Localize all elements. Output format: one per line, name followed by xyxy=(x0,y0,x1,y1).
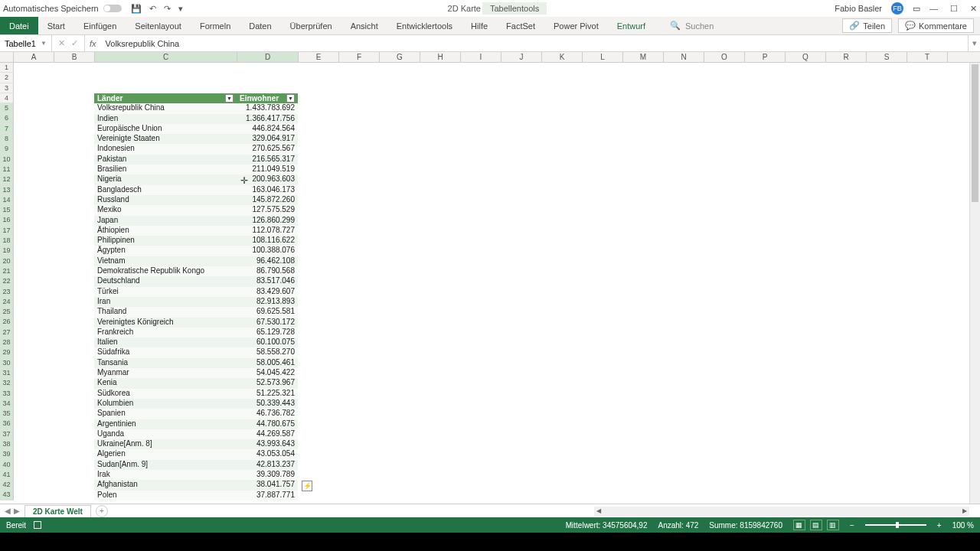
row-header[interactable]: 7 xyxy=(0,124,14,134)
table-row[interactable]: Vietnam96.462.108 xyxy=(94,256,298,266)
select-all-corner[interactable] xyxy=(0,52,14,62)
row-header[interactable]: 22 xyxy=(0,276,14,286)
table-cell[interactable]: 1.433.783.692 xyxy=(237,103,298,113)
row-header[interactable]: 40 xyxy=(0,460,14,470)
row-header[interactable]: 10 xyxy=(0,155,14,165)
ribbon-tab-start[interactable]: Start xyxy=(38,21,74,31)
zoom-in-icon[interactable]: + xyxy=(937,521,942,530)
table-cell[interactable]: 96.462.108 xyxy=(237,256,298,266)
table-cell[interactable]: 51.225.321 xyxy=(237,389,298,399)
table-cell[interactable]: 60.100.075 xyxy=(237,337,298,347)
table-row[interactable]: Myanmar54.045.422 xyxy=(94,368,298,378)
column-header[interactable]: B xyxy=(54,52,95,62)
table-header[interactable]: Einwohner▼ xyxy=(237,93,298,103)
table-cell[interactable]: 65.129.728 xyxy=(237,328,298,337)
ribbon-tab-einfügen[interactable]: Einfügen xyxy=(74,21,126,31)
row-header[interactable]: 33 xyxy=(0,389,14,399)
next-sheet-icon[interactable]: ▶ xyxy=(14,507,20,515)
table-cell[interactable]: 52.573.967 xyxy=(237,378,298,388)
table-cell[interactable]: Russland xyxy=(94,195,237,205)
table-cell[interactable]: Italien xyxy=(94,337,237,347)
column-header[interactable]: E xyxy=(299,52,339,62)
table-cell[interactable]: 83.429.607 xyxy=(237,287,298,297)
share-button[interactable]: 🔗Teilen xyxy=(842,18,892,33)
table-row[interactable]: Bangladesch163.046.173 xyxy=(94,185,298,195)
table-row[interactable]: Indonesien270.625.567 xyxy=(94,144,298,154)
prev-sheet-icon[interactable]: ◀ xyxy=(5,507,11,515)
row-header[interactable]: 27 xyxy=(0,328,14,337)
column-header[interactable]: J xyxy=(501,52,542,62)
table-cell[interactable]: 69.625.581 xyxy=(237,307,298,317)
column-header[interactable]: M xyxy=(623,52,664,62)
table-row[interactable]: Afghanistan38.041.757 xyxy=(94,480,298,490)
row-header[interactable]: 34 xyxy=(0,399,14,409)
table-cell[interactable]: 42.813.237 xyxy=(237,460,298,470)
table-row[interactable]: Demokratische Republik Kongo86.790.568 xyxy=(94,266,298,276)
table-cell[interactable]: 37.887.771 xyxy=(237,491,298,500)
table-cell[interactable]: Frankreich xyxy=(94,328,237,337)
filter-icon[interactable]: ▼ xyxy=(225,94,234,103)
table-cell[interactable]: Irak xyxy=(94,470,237,480)
table-cell[interactable]: 58.558.270 xyxy=(237,347,298,357)
table-row[interactable]: Iran82.913.893 xyxy=(94,297,298,307)
ribbon-tab-seitenlayout[interactable]: Seitenlayout xyxy=(126,21,191,31)
table-cell[interactable]: Türkei xyxy=(94,287,237,297)
table-cell[interactable]: 200.963.603 xyxy=(237,174,298,184)
table-cell[interactable]: 83.517.046 xyxy=(237,276,298,286)
table-row[interactable]: Algerien43.053.054 xyxy=(94,449,298,459)
ribbon-tab-factset[interactable]: FactSet xyxy=(497,21,544,31)
table-cell[interactable]: Myanmar xyxy=(94,368,237,378)
column-header[interactable]: A xyxy=(14,52,54,62)
table-cell[interactable]: Japan xyxy=(94,216,237,226)
view-normal-icon[interactable]: ▦ xyxy=(793,520,805,530)
table-cell[interactable]: Volksrepublik China xyxy=(94,103,237,113)
column-header[interactable]: F xyxy=(339,52,380,62)
accept-formula-icon[interactable]: ✓ xyxy=(71,38,78,48)
table-cell[interactable]: 46.736.782 xyxy=(237,409,298,419)
add-sheet-icon[interactable]: + xyxy=(96,505,108,517)
table-row[interactable]: Thailand69.625.581 xyxy=(94,307,298,317)
table-row[interactable]: Kenia52.573.967 xyxy=(94,378,298,388)
table-row[interactable]: Brasilien211.049.519 xyxy=(94,165,298,174)
row-header[interactable]: 8 xyxy=(0,134,14,144)
table-cell[interactable]: Tansania xyxy=(94,358,237,368)
row-header[interactable]: 18 xyxy=(0,236,14,246)
table-row[interactable]: Frankreich65.129.728 xyxy=(94,328,298,337)
horizontal-scrollbar[interactable]: ◀▶ xyxy=(594,507,969,516)
table-row[interactable]: Nigeria200.963.603 xyxy=(94,174,298,184)
table-cell[interactable]: Polen xyxy=(94,491,237,500)
table-cell[interactable]: 44.269.587 xyxy=(237,429,298,439)
ribbon-tab-power pivot[interactable]: Power Pivot xyxy=(544,21,608,31)
table-cell[interactable]: Sudan[Anm. 9] xyxy=(94,460,237,470)
column-header[interactable]: P xyxy=(745,52,786,62)
table-cell[interactable]: Kolumbien xyxy=(94,399,237,409)
table-row[interactable]: Deutschland83.517.046 xyxy=(94,276,298,286)
row-header[interactable]: 24 xyxy=(0,297,14,307)
table-cell[interactable]: Argentinien xyxy=(94,419,237,429)
fx-icon[interactable]: fx xyxy=(85,39,101,48)
table-cell[interactable]: 127.575.529 xyxy=(237,205,298,215)
row-header[interactable]: 1 xyxy=(0,63,14,73)
row-header[interactable]: 9 xyxy=(0,144,14,154)
table-header[interactable]: Länder▼ xyxy=(94,93,237,103)
column-header[interactable]: H xyxy=(420,52,461,62)
table-row[interactable]: Vereinigte Staaten329.064.917 xyxy=(94,134,298,144)
quick-analysis-icon[interactable]: ⚡ xyxy=(302,481,312,491)
row-header[interactable]: 17 xyxy=(0,226,14,236)
table-cell[interactable]: Philippinen xyxy=(94,236,237,246)
row-header[interactable]: 23 xyxy=(0,287,14,297)
table-cell[interactable]: 100.388.076 xyxy=(237,246,298,256)
table-cell[interactable]: Uganda xyxy=(94,429,237,439)
ribbon-tab-hilfe[interactable]: Hilfe xyxy=(462,21,497,31)
table-cell[interactable]: Pakistan xyxy=(94,155,237,165)
table-row[interactable]: Russland145.872.260 xyxy=(94,195,298,205)
maximize-icon[interactable]: ☐ xyxy=(950,4,958,14)
table-cell[interactable]: 112.078.727 xyxy=(237,226,298,236)
row-header[interactable]: 14 xyxy=(0,195,14,205)
table-cell[interactable]: 211.049.519 xyxy=(237,165,298,174)
macro-record-icon[interactable] xyxy=(34,521,41,529)
table-row[interactable]: Ukraine[Anm. 8]43.993.643 xyxy=(94,439,298,449)
table-row[interactable]: Irak39.309.789 xyxy=(94,470,298,480)
row-header[interactable]: 4 xyxy=(0,93,14,103)
comments-button[interactable]: 💬Kommentare xyxy=(898,18,974,33)
